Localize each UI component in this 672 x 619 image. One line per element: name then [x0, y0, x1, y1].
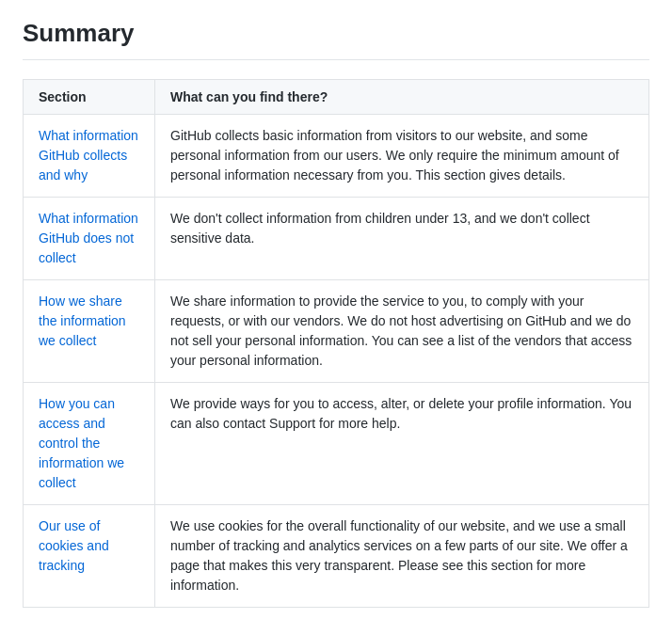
- description-cell: We share information to provide the serv…: [155, 280, 649, 383]
- section-link[interactable]: What information GitHub does not collect: [39, 211, 138, 265]
- section-link[interactable]: Our use of cookies and tracking: [39, 518, 109, 573]
- col-section-header: Section: [24, 80, 155, 115]
- description-cell: We use cookies for the overall functiona…: [155, 505, 649, 608]
- col-description-header: What can you find there?: [155, 80, 649, 115]
- description-cell: We provide ways for you to access, alter…: [155, 383, 649, 505]
- table-row: What information GitHub does not collect…: [24, 198, 649, 280]
- summary-table: Section What can you find there? What in…: [23, 79, 649, 608]
- table-row: How you can access and control the infor…: [24, 383, 649, 505]
- table-row: What information GitHub collects and why…: [24, 115, 649, 198]
- section-cell: How we share the information we collect: [24, 280, 155, 383]
- section-cell: What information GitHub does not collect: [24, 198, 155, 280]
- page-title: Summary: [23, 19, 649, 48]
- table-header-row: Section What can you find there?: [24, 80, 649, 115]
- section-link[interactable]: How you can access and control the infor…: [39, 396, 124, 490]
- section-cell: How you can access and control the infor…: [24, 383, 155, 505]
- section-link[interactable]: How we share the information we collect: [39, 294, 126, 348]
- section-cell: Our use of cookies and tracking: [24, 505, 155, 608]
- section-link[interactable]: What information GitHub collects and why: [39, 128, 138, 183]
- title-divider: [23, 59, 649, 60]
- description-cell: GitHub collects basic information from v…: [155, 115, 649, 198]
- table-row: Our use of cookies and trackingWe use co…: [24, 505, 649, 608]
- section-cell: What information GitHub collects and why: [24, 115, 155, 198]
- table-row: How we share the information we collectW…: [24, 280, 649, 383]
- description-cell: We don't collect information from childr…: [155, 198, 649, 280]
